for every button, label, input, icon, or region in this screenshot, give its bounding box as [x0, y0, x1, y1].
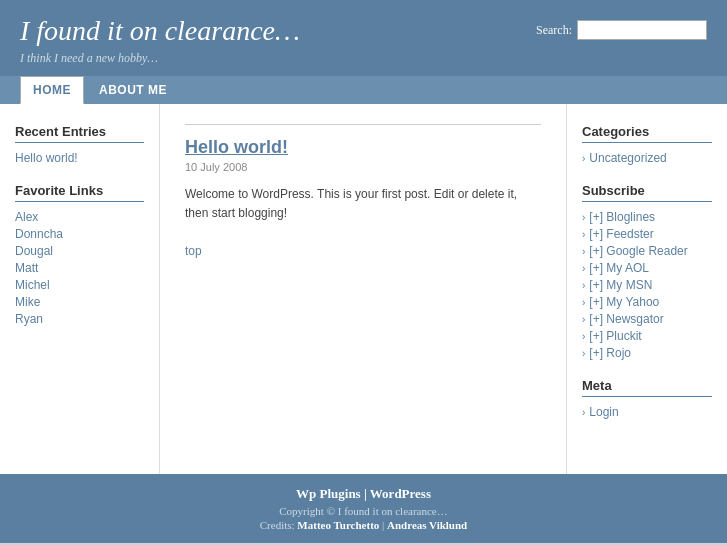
recent-entries-heading: Recent Entries — [15, 124, 144, 143]
subscribe-link-8[interactable]: › [+] Rojo — [582, 346, 712, 360]
search-area: Search: — [536, 20, 707, 40]
arrow-icon: › — [582, 246, 585, 257]
post-title[interactable]: Hello world! — [185, 137, 541, 158]
wordpress-link[interactable]: WordPress — [370, 486, 431, 501]
arrow-icon: › — [582, 297, 585, 308]
fav-link-2[interactable]: Dougal — [15, 244, 144, 258]
credit1-link[interactable]: Matteo Turchetto — [297, 519, 379, 531]
search-label: Search: — [536, 23, 572, 38]
post-top-link[interactable]: top — [185, 244, 202, 258]
nav-item-about[interactable]: ABOUT ME — [86, 76, 180, 104]
footer-credits: Credits: Matteo Turchetto | Andreas Vikl… — [12, 519, 715, 531]
recent-entries-section: Recent Entries Hello world! — [15, 124, 144, 165]
subscribe-link-1[interactable]: › [+] Feedster — [582, 227, 712, 241]
arrow-icon: › — [582, 348, 585, 359]
subscribe-link-7[interactable]: › [+] Pluckit — [582, 329, 712, 343]
arrow-icon: › — [582, 331, 585, 342]
subscribe-link-4[interactable]: › [+] My MSN — [582, 278, 712, 292]
subscribe-link-3[interactable]: › [+] My AOL — [582, 261, 712, 275]
arrow-icon: › — [582, 407, 585, 418]
arrow-icon: › — [582, 229, 585, 240]
post-date: 10 July 2008 — [185, 161, 541, 173]
meta-section: Meta › Login — [582, 378, 712, 419]
footer: Wp Plugins | WordPress Copyright © I fou… — [0, 474, 727, 543]
arrow-icon: › — [582, 153, 585, 164]
credit2-link[interactable]: Andreas Viklund — [387, 519, 467, 531]
content-wrapper: Recent Entries Hello world! Favorite Lin… — [0, 104, 727, 474]
arrow-icon: › — [582, 263, 585, 274]
footer-copyright: Copyright © I found it on clearance… — [12, 505, 715, 517]
post-body: Welcome to WordPress. This is your first… — [185, 185, 541, 223]
left-sidebar: Recent Entries Hello world! Favorite Lin… — [0, 104, 160, 474]
fav-link-5[interactable]: Mike — [15, 295, 144, 309]
post: Hello world! 10 July 2008 Welcome to Wor… — [185, 124, 541, 259]
favorite-links-heading: Favorite Links — [15, 183, 144, 202]
arrow-icon: › — [582, 280, 585, 291]
subscribe-section: Subscribe › [+] Bloglines › [+] Feedster… — [582, 183, 712, 360]
fav-link-0[interactable]: Alex — [15, 210, 144, 224]
post-divider-top — [185, 124, 541, 125]
wp-plugins-link[interactable]: Wp Plugins — [296, 486, 361, 501]
nav-item-home[interactable]: HOME — [20, 76, 84, 104]
fav-link-6[interactable]: Ryan — [15, 312, 144, 326]
category-0[interactable]: › Uncategorized — [582, 151, 712, 165]
favorite-links-section: Favorite Links Alex Donncha Dougal Matt … — [15, 183, 144, 326]
subscribe-link-6[interactable]: › [+] Newsgator — [582, 312, 712, 326]
main-content: Hello world! 10 July 2008 Welcome to Wor… — [160, 104, 567, 474]
site-tagline: I think I need a new hobby… — [20, 51, 707, 66]
arrow-icon: › — [582, 314, 585, 325]
fav-link-3[interactable]: Matt — [15, 261, 144, 275]
recent-entry-0[interactable]: Hello world! — [15, 151, 144, 165]
subscribe-link-2[interactable]: › [+] Google Reader — [582, 244, 712, 258]
subscribe-link-0[interactable]: › [+] Bloglines — [582, 210, 712, 224]
meta-heading: Meta — [582, 378, 712, 397]
categories-heading: Categories — [582, 124, 712, 143]
right-sidebar: Categories › Uncategorized Subscribe › [… — [567, 104, 727, 474]
nav-bar: HOME ABOUT ME — [0, 76, 727, 104]
subscribe-heading: Subscribe — [582, 183, 712, 202]
fav-link-1[interactable]: Donncha — [15, 227, 144, 241]
search-input[interactable] — [577, 20, 707, 40]
subscribe-link-5[interactable]: › [+] My Yahoo — [582, 295, 712, 309]
site-header: I found it on clearance… I think I need … — [0, 0, 727, 76]
footer-links: Wp Plugins | WordPress — [12, 486, 715, 502]
arrow-icon: › — [582, 212, 585, 223]
categories-section: Categories › Uncategorized — [582, 124, 712, 165]
fav-link-4[interactable]: Michel — [15, 278, 144, 292]
meta-link-0[interactable]: › Login — [582, 405, 712, 419]
